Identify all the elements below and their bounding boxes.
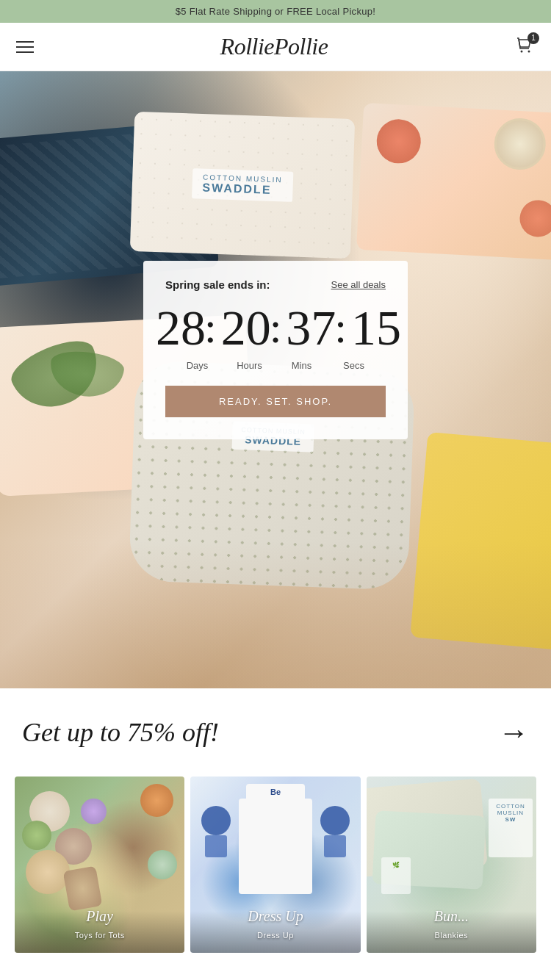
countdown-title: Spring sale ends in: [165, 278, 270, 291]
cart-button[interactable]: 1 [514, 35, 535, 59]
category-card-play[interactable]: Play Toys for Tots [15, 777, 184, 953]
promo-arrow-icon[interactable]: → [498, 715, 529, 750]
label-secs: Secs [332, 360, 376, 371]
banner-text: $5 Flat Rate Shipping or FREE Local Pick… [176, 6, 375, 17]
category-sub-play: Toys for Tots [75, 931, 125, 940]
countdown-header: Spring sale ends in: See all deals [165, 278, 386, 291]
timer-secs: 15 [351, 303, 395, 353]
category-overlay-dress: Dress Up Dress Up [190, 893, 360, 953]
label-mins: Mins [280, 360, 324, 371]
colon-3: : [334, 303, 347, 350]
hamburger-line-3 [16, 51, 34, 53]
hamburger-line-1 [16, 41, 34, 43]
category-name-blankies: Bun... [375, 908, 527, 925]
category-overlay-blankies: Bun... Blankies [367, 893, 536, 953]
timer-labels: Days Hours Mins Secs [165, 360, 386, 371]
timer-mins: 37 [286, 303, 330, 353]
hamburger-menu[interactable] [16, 41, 34, 53]
colon-2: : [270, 303, 282, 350]
timer-hours: 20 [221, 303, 265, 353]
category-sub-dress: Dress Up [257, 931, 294, 940]
category-name-dress: Dress Up [199, 908, 351, 925]
category-card-dress[interactable]: Be Dress Up Dress Up [190, 777, 360, 953]
cart-count: 1 [527, 32, 539, 44]
see-all-deals-link[interactable]: See all deals [331, 279, 386, 290]
countdown-timer: 28 : 20 : 37 : 15 [165, 303, 386, 353]
header: RolliePollie 1 [0, 23, 551, 71]
site-logo[interactable]: RolliePollie [34, 33, 514, 60]
svg-point-1 [528, 50, 530, 52]
category-card-blankies[interactable]: COTTONMUSLINSW 🌿 Bun... Blankies [367, 777, 536, 953]
timer-days: 28 [156, 303, 200, 353]
wood-surface [0, 541, 551, 688]
countdown-card: Spring sale ends in: See all deals 28 : … [143, 261, 408, 439]
category-section: Play Toys for Tots Be Dress Up Dress Up [0, 777, 551, 968]
promo-text: Get up to 75% off! [22, 717, 219, 748]
swaddle-floral [356, 103, 551, 260]
category-name-play: Play [24, 908, 176, 925]
label-hours: Hours [228, 360, 272, 371]
category-grid: Play Toys for Tots Be Dress Up Dress Up [0, 777, 551, 953]
svg-point-0 [521, 50, 523, 52]
swaddle-stars: COTTON MUSLINSWADDLE [130, 112, 355, 259]
shop-now-button[interactable]: READY. SET. SHOP. [165, 386, 386, 417]
colon-1: : [204, 303, 217, 350]
promo-section: Get up to 75% off! → [0, 688, 551, 777]
label-days: Days [176, 360, 220, 371]
hero-section: COTTON MUSLINSWADDLE COTTON MUSLINSWADDL… [0, 71, 551, 688]
hamburger-line-2 [16, 46, 34, 48]
top-banner: $5 Flat Rate Shipping or FREE Local Pick… [0, 0, 551, 23]
category-overlay-play: Play Toys for Tots [15, 893, 184, 953]
category-sub-blankies: Blankies [435, 931, 469, 940]
